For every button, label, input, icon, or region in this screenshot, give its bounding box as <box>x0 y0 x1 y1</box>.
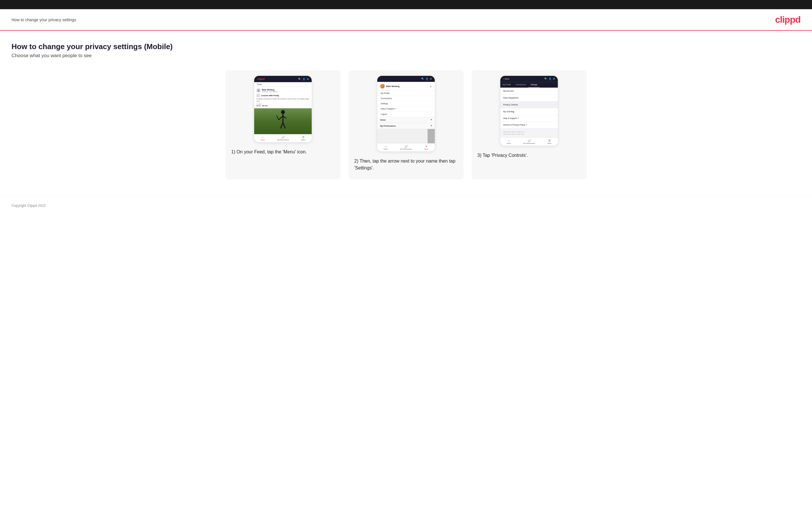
svg-line-6 <box>283 123 285 128</box>
menu-item-profile: My Profile <box>377 91 435 96</box>
back-button: < Back <box>503 78 509 80</box>
user-icon-3: 👤 <box>549 77 552 80</box>
home-icon-3: ⌂ <box>508 139 509 142</box>
nav-menu-label-2: Menu <box>424 148 428 150</box>
nav-home-label-3: Home <box>507 143 511 144</box>
copyright: Copyright Clippd 2022 <box>11 204 46 208</box>
step-3-card: < Back 🔍 👤 ⚙ My Profile Connections Sett… <box>471 70 587 179</box>
service-privacy-label: Service & Privacy Policy ↗ <box>503 124 527 126</box>
nav-menu-1: ☰ Menu <box>301 136 305 141</box>
nav-home-3: ⌂ Home <box>507 139 511 144</box>
menu-section-performance: My Performance ▾ <box>377 123 435 129</box>
nav-menu-label-3: Menu <box>548 143 552 144</box>
nav-performance-3: 📈 My Performance <box>523 139 535 144</box>
header: How to change your privacy settings clip… <box>0 9 812 31</box>
search-icon-2: 🔍 <box>421 77 424 80</box>
phone-mockup-3: < Back 🔍 👤 ⚙ My Profile Connections Sett… <box>500 76 558 146</box>
feed-lesson-row: Lesson with Fordy <box>256 94 309 97</box>
search-icon: 🔍 <box>298 78 301 80</box>
performance-chevron: ▾ <box>431 125 432 127</box>
phone-logo-2: clippd <box>380 78 385 80</box>
menu-icon-3: ☰ <box>548 139 551 142</box>
menu-icon: ☰ <box>302 136 305 139</box>
menu-user-row: Blair McHarg ▲ <box>377 82 435 91</box>
settings-icon-3: ⚙ <box>553 77 555 80</box>
phone-nav-1: clippd 🔍 👤 ⚙ <box>254 76 312 82</box>
performance-section-label: My Performance <box>380 125 396 127</box>
settings-my-golf-bag[interactable]: My Golf Bag › <box>500 108 558 115</box>
step-2-card: clippd 🔍 👤 ⚙ Blair McHarg <box>349 70 463 179</box>
search-icon-3: 🔍 <box>544 77 547 80</box>
feed-avatar: B <box>256 89 260 93</box>
nav-performance-1: 📈 My Performance <box>277 136 289 141</box>
phone-mockup-2: clippd 🔍 👤 ⚙ Blair McHarg <box>377 76 435 151</box>
phone-icons-1: 🔍 👤 ⚙ <box>298 78 309 80</box>
main-content: How to change your privacy settings (Mob… <box>0 31 812 197</box>
settings-service-privacy[interactable]: Service & Privacy Policy ↗ <box>500 122 558 128</box>
settings-list: My Account › Data Integrations › Privacy… <box>500 88 558 128</box>
performance-icon: 📈 <box>282 136 285 139</box>
breadcrumb: How to change your privacy settings <box>11 17 76 22</box>
help-support-label: Help & Support ↗ <box>503 117 519 119</box>
settings-icon: ⚙ <box>307 78 309 80</box>
nav-home-2: ⌂ Home <box>384 145 388 150</box>
user-icon: 👤 <box>303 78 305 80</box>
menu-username: Blair McHarg <box>386 85 399 88</box>
nav-performance-2: 📈 My Performance <box>400 145 412 150</box>
performance-icon-3: 📈 <box>527 139 531 142</box>
menu-item-logout: Logout <box>377 112 435 117</box>
lesson-title: Lesson with Fordy <box>261 95 279 97</box>
my-golf-bag-chevron: › <box>554 110 555 113</box>
menu-item-help: Help & Support ↗ <box>377 106 435 112</box>
nav-home-label: Home <box>260 139 265 141</box>
nav-menu-2: ✕ Menu <box>424 145 428 150</box>
phone-bottom-nav-3: ⌂ Home 📈 My Performance ☰ Menu <box>500 137 558 146</box>
logo: clippd <box>775 14 801 25</box>
settings-privacy-controls[interactable]: Privacy Controls › <box>500 101 558 108</box>
step-3-description: 3) Tap 'Privacy Controls'. <box>477 152 581 159</box>
performance-icon-2: 📈 <box>405 145 408 148</box>
golfer-silhouette <box>274 110 292 131</box>
feed-post: B Blair McHarg Yesterday · Sunningdale L… <box>254 87 312 108</box>
page-subtitle: Choose what you want people to see <box>11 53 801 59</box>
feed-text: Looking to feel like my hands are exitin… <box>256 98 309 102</box>
settings-help-support[interactable]: Help & Support ↗ <box>500 115 558 122</box>
feed-tab: Feed <box>254 82 312 87</box>
my-account-chevron: › <box>554 90 555 92</box>
tab-settings[interactable]: Settings <box>528 82 540 88</box>
menu-close-icon: ✕ <box>425 145 427 148</box>
feed-user-row: B Blair McHarg Yesterday · Sunningdale <box>256 89 309 93</box>
nav-menu-label: Menu <box>301 139 305 141</box>
settings-header: < Back 🔍 👤 ⚙ <box>500 76 558 82</box>
nav-home-label-2: Home <box>384 148 388 150</box>
phone-logo-1: clippd <box>257 77 265 80</box>
feed-meta: Yesterday · Sunningdale <box>262 91 277 93</box>
feed-image <box>254 108 312 134</box>
my-golf-bag-label: My Golf Bag <box>503 111 514 113</box>
phone-bottom-nav-1: ⌂ Home 📈 My Performance ☰ Menu <box>254 134 312 142</box>
phone-bottom-nav-2: ⌂ Home 📈 My Performance ✕ Menu <box>377 143 435 151</box>
step-1-description: 1) On your Feed, tap the 'Menu' icon. <box>231 149 335 155</box>
phone-mockup-1: clippd 🔍 👤 ⚙ Feed B Blair McHarg <box>254 76 312 142</box>
steps-row: clippd 🔍 👤 ⚙ Feed B Blair McHarg <box>11 70 801 179</box>
svg-point-0 <box>281 110 285 114</box>
home-icon-2: ⌂ <box>385 145 386 148</box>
feed-background-dim <box>377 129 435 143</box>
golf-icon <box>256 94 260 97</box>
home-icon: ⌂ <box>262 136 263 139</box>
tab-connections[interactable]: Connections <box>513 82 528 88</box>
nav-performance-label: My Performance <box>277 139 289 141</box>
user-icon-2: 👤 <box>425 77 428 80</box>
feed-username: Blair McHarg <box>262 89 277 91</box>
settings-footer: Clippd Client Version: 2022.8.3-3 GQL Se… <box>500 128 558 137</box>
menu-avatar <box>380 84 385 89</box>
menu-user-info: Blair McHarg <box>380 84 399 89</box>
home-chevron: ▾ <box>431 119 432 121</box>
menu-item-connections: Connections <box>377 96 435 101</box>
settings-my-account[interactable]: My Account › <box>500 88 558 95</box>
client-version: Clippd Client Version: 2022.8.3-3 <box>503 131 555 133</box>
server-version: GQL Server Version: 2022.7.30-1 <box>503 133 555 135</box>
nav-menu-3: ☰ Menu <box>548 139 552 144</box>
settings-data-integrations[interactable]: Data Integrations › <box>500 95 558 101</box>
tab-my-profile[interactable]: My Profile <box>500 82 513 88</box>
